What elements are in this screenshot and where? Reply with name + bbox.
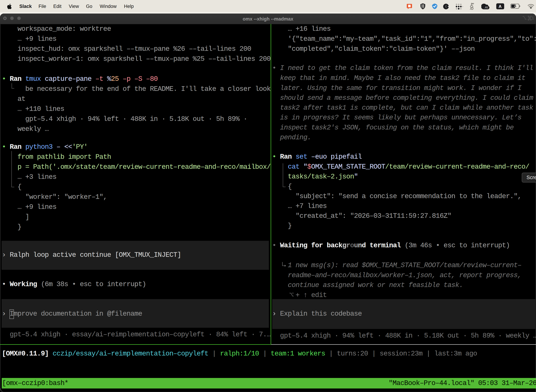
svg-text:..61: ..61 [484, 6, 488, 9]
svg-text:1: 1 [532, 16, 534, 20]
svg-text:A: A [498, 4, 502, 9]
